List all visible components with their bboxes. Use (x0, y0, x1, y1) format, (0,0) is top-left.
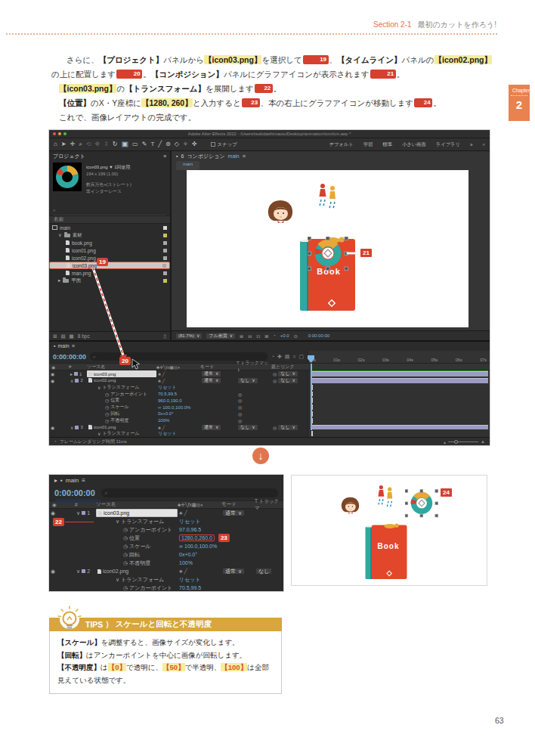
property-row-position[interactable]: ◷位置 960.0,190.0 ◎ (49, 397, 490, 404)
eye-icon[interactable]: ◉ (51, 569, 55, 575)
pickwhip-icon[interactable]: ◎ (273, 371, 277, 376)
timeline-tab[interactable]: main (57, 343, 69, 349)
composition-tab[interactable]: コンポジション (187, 153, 224, 160)
mask-visibility-icon[interactable]: ⊟ (248, 333, 252, 339)
layer-row-icon02[interactable]: ◉ ∨2 icon02.png ♣ ╱ 通常∨ なし (49, 567, 283, 575)
property-value[interactable]: 100.0,100.0% (184, 544, 217, 549)
zoom-tool-icon[interactable]: ⌕ (79, 141, 82, 147)
zoom-window-icon[interactable] (63, 132, 66, 135)
layer-visibility[interactable]: ◉ (49, 509, 75, 517)
layer-chip-num[interactable]: ∨2 (75, 567, 96, 575)
pickwhip-icon[interactable]: ◎ (238, 404, 242, 410)
panel-menu-icon[interactable]: ≡ (82, 477, 85, 484)
brush-tool-icon[interactable]: ╱ (158, 141, 162, 147)
label-chip[interactable] (75, 426, 79, 429)
quality-select[interactable]: フル画質∨ (206, 333, 235, 339)
project-row-icon01-png[interactable]: icon01.png (49, 246, 170, 254)
clone-stamp-tool-icon[interactable]: ⊚ (165, 141, 171, 147)
pickwhip-icon[interactable]: ◎ (238, 392, 242, 397)
workspace-standard[interactable]: 標準 (382, 141, 392, 148)
timeline-timecode[interactable]: 0:00:00:00 (54, 488, 95, 497)
layer-visibility[interactable]: ◉ (49, 567, 75, 575)
reset-link[interactable]: リセット (178, 517, 221, 525)
mode-cell[interactable]: 通常∨ (221, 509, 255, 517)
delete-icon[interactable]: ▯ (163, 333, 166, 339)
layer-duration-bar[interactable] (311, 378, 488, 383)
layer-row-icon03[interactable]: ◉ ▸1 icon03.png ♣ ╱ 通常∨ ◎なし∨ (49, 370, 490, 377)
property-value[interactable]: 70.5,99.5 (156, 391, 200, 398)
label-chip[interactable] (163, 226, 167, 230)
mode-cell[interactable]: 通常∨ (200, 424, 237, 431)
property-value-cell[interactable]: 1280.0,260.023 (178, 534, 261, 542)
comp-mini-tab[interactable]: main (176, 161, 199, 170)
layer-name-cell[interactable]: icon03.png (96, 509, 178, 517)
time-ruler[interactable]: 0s 01s 02s 03s 04s 05s 06s 07s (308, 351, 490, 364)
pickwhip-icon[interactable]: ◎ (238, 411, 242, 417)
position-value-highlighted[interactable]: 1280.0,260.0 (179, 534, 215, 541)
hand-tool-icon[interactable]: ✛ (70, 141, 76, 147)
chevron-open-icon[interactable]: ∨ (116, 519, 119, 525)
eraser-tool-icon[interactable]: ◇ (175, 141, 179, 147)
pickwhip-cell[interactable]: ◎ (237, 397, 271, 404)
label-chip[interactable] (162, 264, 166, 268)
motion-blur-icon[interactable]: ▢ (298, 354, 304, 360)
chevron-open-icon[interactable]: ∨ (97, 431, 101, 436)
mask-tool-icon[interactable]: ▭ (132, 141, 138, 147)
workspace-more-icon[interactable]: » (470, 142, 473, 147)
draft3d-icon[interactable]: ✚ (277, 354, 282, 360)
panel-menu-icon[interactable]: ≡ (163, 153, 166, 159)
property-row-rotation[interactable]: ◷回転 0x+0.0° ◎ (49, 411, 490, 417)
property-value[interactable]: 100% (156, 417, 200, 424)
chevron-open-icon[interactable]: ∨ (70, 425, 73, 430)
parent-cell[interactable]: ◎なし∨ (271, 370, 308, 377)
project-row-man-png[interactable]: man.png (49, 269, 170, 277)
grid-guides-icon[interactable]: ⊞ (240, 333, 243, 339)
chevron-open-icon[interactable]: ∨ (97, 385, 101, 390)
stopwatch-icon[interactable]: ◷ (123, 552, 128, 558)
property-value[interactable]: 0x+0.0° (156, 411, 200, 417)
property-value[interactable]: 100% (178, 559, 221, 567)
label-chip[interactable] (82, 511, 85, 515)
stopwatch-icon[interactable]: ◷ (105, 404, 109, 410)
layer-duration-bar[interactable] (311, 371, 488, 376)
mode-header[interactable]: モード (200, 364, 237, 370)
mac-traffic-lights[interactable] (53, 132, 66, 135)
property-value-cell[interactable]: ∞100.0,100.0% (178, 542, 221, 550)
eye-icon[interactable]: ◉ (51, 378, 54, 383)
label-chip[interactable] (163, 241, 167, 245)
rotate-tool-icon[interactable]: ↻ (113, 141, 118, 147)
snapshot-camera-icon[interactable]: ⊙ (294, 333, 298, 339)
chevron-open-icon[interactable]: ∨ (76, 510, 80, 516)
layer-track[interactable] (308, 424, 490, 431)
close-icon[interactable] (53, 132, 56, 135)
home-icon[interactable]: ⌂ (54, 141, 57, 147)
exposure-icon[interactable]: ◔ (273, 333, 276, 338)
reset-link[interactable]: リセット (178, 575, 221, 584)
transparency-grid-icon[interactable]: ⊠ (264, 333, 268, 339)
stopwatch-icon[interactable]: ◷ (105, 398, 109, 403)
property-row-scale[interactable]: ◷スケール ∞100.0,100.0% ◎ (49, 404, 490, 411)
reset-link[interactable]: リセット (156, 430, 200, 437)
pan-camera-tool-icon[interactable]: ✥ (94, 141, 100, 147)
slider-knob[interactable] (454, 440, 458, 444)
stopwatch-icon[interactable]: ◷ (105, 418, 109, 423)
label-chip[interactable] (163, 256, 167, 260)
transform-group-label[interactable]: ∨トランスフォーム (96, 517, 178, 525)
layer-name-cell[interactable]: icon01.png (87, 424, 156, 431)
property-row-rotation[interactable]: ◷回転 0x+0.0° (49, 550, 283, 559)
link-chain-icon[interactable]: ∞ (179, 544, 183, 549)
label-chip[interactable] (82, 569, 85, 573)
matte-cell[interactable]: なし∨ (237, 377, 271, 384)
eye-icon[interactable]: ◉ (51, 425, 54, 430)
eye-icon[interactable]: ◉ (51, 371, 54, 376)
eye-icon[interactable]: ◉ (51, 510, 55, 516)
property-value[interactable]: 100.0,100.0% (162, 405, 190, 410)
selection-tool-icon[interactable]: ➤ (61, 141, 66, 147)
stopwatch-icon[interactable]: ◷ (123, 544, 128, 550)
pickwhip-icon[interactable]: ◎ (273, 378, 277, 383)
source-name-header[interactable]: ソース名 (96, 501, 178, 508)
layer-duration-bar[interactable] (311, 425, 488, 430)
matte-cell[interactable]: なし (255, 567, 283, 575)
region-of-interest-icon[interactable]: ⊡ (256, 333, 260, 339)
panel-menu-icon[interactable]: ≡ (72, 343, 75, 349)
